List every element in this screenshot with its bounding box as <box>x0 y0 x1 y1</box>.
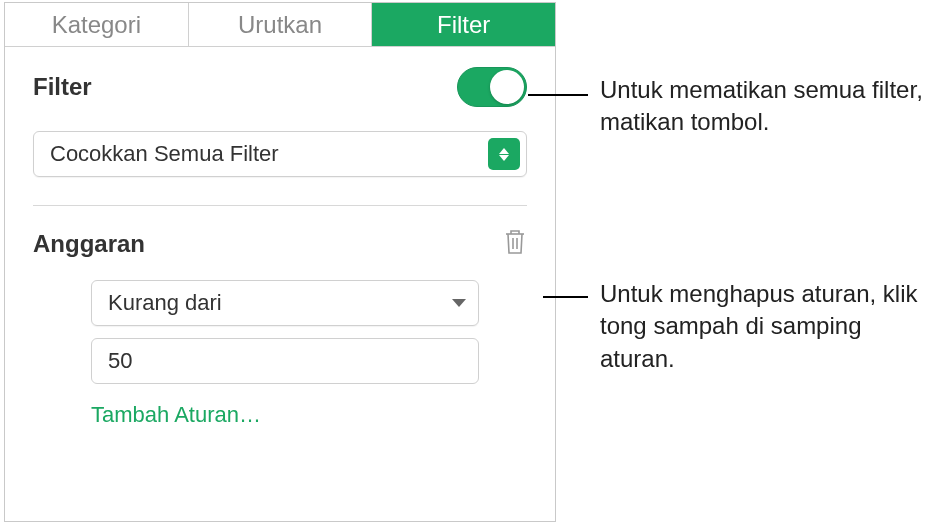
tab-urutkan[interactable]: Urutkan <box>189 3 373 46</box>
rule-body: Kurang dari Tambah Aturan… <box>33 280 527 428</box>
filter-header: Filter <box>33 67 527 107</box>
chevron-down-icon <box>452 299 466 307</box>
add-rule-link[interactable]: Tambah Aturan… <box>91 402 527 428</box>
condition-select[interactable]: Kurang dari <box>91 280 479 326</box>
match-mode-select[interactable]: Cocokkan Semua Filter <box>33 131 527 177</box>
callout-toggle: Untuk mematikan semua filter, matikan to… <box>600 74 940 139</box>
callout-trash: Untuk menghapus aturan, klik tong sampah… <box>600 278 940 375</box>
trash-icon[interactable] <box>503 228 527 260</box>
tab-kategori[interactable]: Kategori <box>5 3 189 46</box>
callout-line-trash <box>543 296 588 298</box>
filter-panel: Kategori Urutkan Filter Filter Cocokkan … <box>4 2 556 522</box>
filter-toggle[interactable] <box>457 67 527 107</box>
toggle-knob <box>490 70 524 104</box>
rule-header: Anggaran <box>33 228 527 260</box>
updown-icon <box>488 138 520 170</box>
tab-filter[interactable]: Filter <box>372 3 555 46</box>
value-input[interactable] <box>91 338 479 384</box>
rule-column-label: Anggaran <box>33 230 145 258</box>
condition-label: Kurang dari <box>108 290 222 316</box>
divider <box>33 205 527 206</box>
filter-label: Filter <box>33 73 92 101</box>
filter-section: Filter Cocokkan Semua Filter Anggaran <box>5 47 555 438</box>
tab-bar: Kategori Urutkan Filter <box>5 3 555 47</box>
callout-line-toggle <box>528 94 588 96</box>
match-mode-label: Cocokkan Semua Filter <box>50 141 279 167</box>
